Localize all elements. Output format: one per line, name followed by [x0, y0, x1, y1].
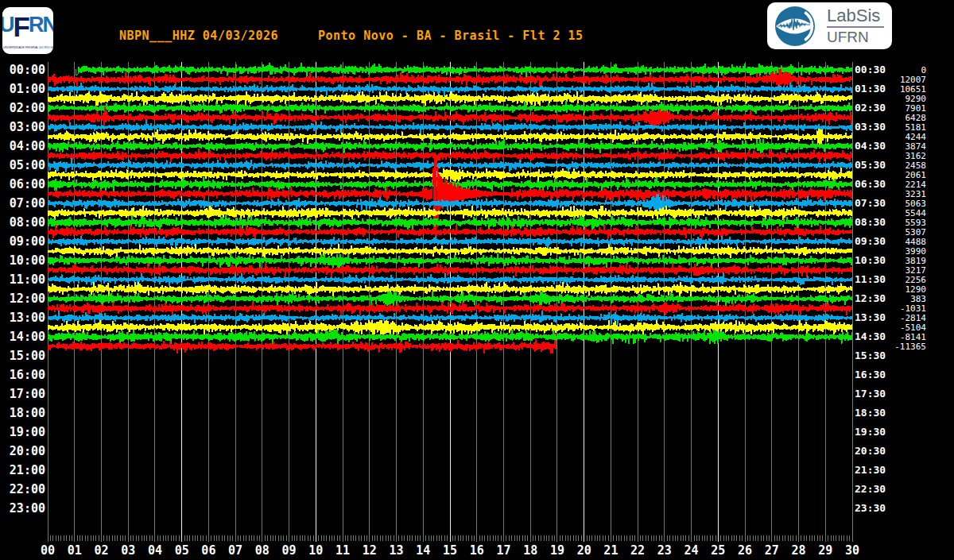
x-axis-tick-label: 19: [544, 543, 571, 558]
left-time-label: 14:00: [0, 330, 45, 344]
left-time-label: 18:00: [0, 406, 45, 420]
x-axis-tick-label: 00: [34, 543, 61, 558]
x-axis-tick-label: 03: [114, 543, 142, 558]
x-axis-tick-label: 13: [383, 543, 410, 558]
x-axis-tick-label: 28: [785, 543, 812, 558]
x-axis-tick-label: 27: [758, 543, 785, 558]
x-axis-tick-label: 23: [651, 543, 678, 558]
right-time-label: 16:30: [855, 369, 890, 380]
x-axis-tick-label: 29: [812, 543, 839, 558]
x-axis-tick-label: 10: [302, 543, 329, 558]
x-axis-tick-label: 04: [142, 543, 169, 558]
x-axis-tick-label: 25: [704, 543, 731, 558]
left-time-label: 13:00: [0, 311, 45, 325]
left-time-label: 23:00: [0, 501, 45, 516]
right-time-label: 21:30: [855, 464, 890, 476]
x-axis-tick-label: 30: [839, 543, 866, 558]
x-axis-tick-label: 11: [329, 543, 356, 558]
x-axis-tick-label: 07: [222, 543, 249, 558]
left-time-label: 19:00: [0, 425, 45, 439]
x-axis-tick-label: 12: [356, 543, 383, 558]
left-time-label: 01:00: [0, 82, 45, 96]
left-time-label: 07:00: [0, 196, 45, 210]
x-axis-tick-label: 08: [249, 543, 276, 558]
left-time-label: 09:00: [0, 234, 45, 249]
x-axis-tick-label: 21: [597, 543, 624, 558]
x-axis-tick-label: 09: [276, 543, 303, 558]
left-time-label: 10:00: [0, 253, 45, 268]
left-time-label: 02:00: [0, 101, 45, 115]
left-time-label: 06:00: [0, 177, 45, 191]
left-time-label: 08:00: [0, 215, 45, 230]
x-axis-tick-label: 26: [731, 543, 758, 558]
x-axis-tick-label: 02: [87, 543, 114, 558]
right-time-label: 18:30: [855, 407, 890, 419]
left-time-label: 16:00: [0, 368, 45, 382]
right-time-label: 22:30: [855, 483, 890, 495]
x-axis-tick-label: 18: [517, 543, 544, 558]
left-time-label: 15:00: [0, 349, 45, 363]
left-time-label: 05:00: [0, 158, 45, 172]
x-axis-tick-label: 17: [490, 543, 517, 558]
left-time-label: 22:00: [0, 482, 45, 496]
left-time-label: 03:00: [0, 120, 45, 134]
helicorder-screen: UFRN UNIVERSIDADE FEDERAL DO RIO GRANDE …: [0, 0, 954, 560]
left-time-label: 12:00: [0, 292, 45, 306]
left-time-label: 04:00: [0, 139, 45, 153]
left-time-label: 21:00: [0, 463, 45, 477]
left-time-label: 17:00: [0, 387, 45, 401]
trace-row-1430: [48, 339, 556, 353]
x-axis-tick-label: 15: [436, 543, 463, 558]
x-axis-tick-label: 05: [169, 543, 196, 558]
left-time-label: 00:00: [0, 63, 45, 77]
right-time-label: 20:30: [855, 445, 890, 457]
left-time-label: 20:00: [0, 444, 45, 458]
x-axis-tick-label: 22: [624, 543, 651, 558]
x-axis-tick-label: 14: [409, 543, 436, 558]
x-axis-tick-label: 20: [571, 543, 598, 558]
x-axis-tick-label: 24: [678, 543, 705, 558]
row-value-label: -11365: [863, 342, 926, 352]
x-axis-tick-label: 06: [195, 543, 222, 558]
x-axis-tick-label: 16: [463, 543, 491, 558]
right-time-label: 17:30: [855, 388, 890, 400]
left-time-label: 11:00: [0, 272, 45, 287]
helicorder-plot: [0, 0, 954, 560]
right-time-label: 23:30: [855, 502, 890, 514]
x-axis-tick-label: 01: [61, 543, 88, 558]
right-time-label: 19:30: [855, 426, 890, 438]
